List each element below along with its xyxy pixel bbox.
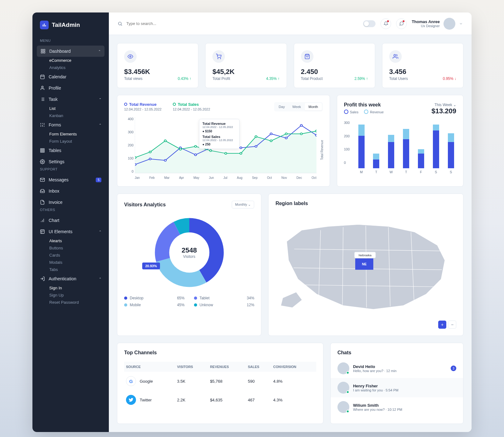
bar-S: S [430,125,441,174]
users-icon [389,50,402,63]
sidebar-sub-reset-password[interactable]: Reset Password [32,299,109,306]
avatar [337,362,349,374]
topbar: Thomas Anree Ux Designer [109,12,472,35]
bar-W: W [386,125,397,174]
sidebar-item-settings[interactable]: Settings [32,156,109,167]
sidebar-sub-alearts[interactable]: Alearts [32,237,109,244]
chevron-up-icon: ⌃ [99,277,101,281]
search [118,21,358,26]
brand-name: TailAdmin [52,22,80,28]
user-role: Ux Designer [412,24,440,28]
sidebar-sub-kanban[interactable]: Kanban [32,112,109,119]
svg-rect-1 [44,23,45,26]
messages-button[interactable] [396,18,407,29]
region-title: Region labels [275,201,456,206]
period-tab-day[interactable]: Day [275,103,289,110]
sidebar-item-task[interactable]: Task ⌃ [32,94,109,105]
app-window: TailAdmin MENU Dashboard ⌃ eCommerceAnal… [32,12,472,432]
chat-row-wilium-smith[interactable]: Wilium Smith Where are you now? · 10:12 … [337,397,456,417]
sidebar-sub-modals[interactable]: Modals [32,259,109,266]
chats-title: Chats [337,350,456,356]
visitors-select[interactable]: Monthly ⌄ [232,201,254,209]
brand-logo[interactable]: TailAdmin [32,21,109,39]
svg-point-54 [315,134,316,136]
bar-M: M [356,125,367,174]
user-menu[interactable]: Thomas Anree Ux Designer [412,18,463,30]
sidebar-sub-form-layout[interactable]: Form Layout [32,138,109,145]
svg-point-51 [270,133,272,135]
chevron-up-icon: ⌃ [99,230,101,233]
brand-icon [40,21,49,29]
donut-badge: 20.93% [142,263,160,269]
sidebar-sub-cards[interactable]: Cards [32,252,109,259]
sidebar-item-tables[interactable]: Tables [32,145,109,156]
svg-rect-4 [43,49,45,51]
profit-period-select[interactable]: This Week ⌄ [434,103,456,107]
region-map-card: Region labels Nebraska NE [268,194,463,336]
channel-row-google[interactable]: GGoogle 3.5K$5,7685904.8% [124,372,316,390]
sidebar-item-dashboard[interactable]: Dashboard ⌃ [37,46,104,57]
map-zoom-in[interactable]: + [438,321,446,329]
svg-rect-6 [41,52,43,53]
notifications-button[interactable] [380,18,391,29]
svg-line-35 [121,24,122,25]
google-icon: G [126,376,136,386]
svg-point-44 [164,160,167,161]
revenue-line-chart: 4003002001000 JanFebMarAprMayJunJulAugSe… [124,117,323,179]
sidebar-sub-list[interactable]: List [32,105,109,112]
donut-legend-unknow: Unknow12% [194,303,254,307]
chevron-up-icon: ⌃ [99,123,101,127]
svg-point-11 [41,86,43,88]
sidebar-section-label: SUPPORT [32,167,109,174]
theme-toggle[interactable] [363,20,376,27]
map-zoom-out[interactable]: − [448,321,456,329]
tables-icon [40,148,45,153]
chat-row-devid-heilo[interactable]: Devid Heilo Hello, how are you? · 12 min… [337,359,456,378]
chat-row-henry-fisher[interactable]: Henry Fisher I am waiting for you · 5:54… [331,378,463,397]
channels-title: Top Channels [124,350,316,356]
sidebar-sub-ecommerce[interactable]: eCommerce [32,57,109,64]
svg-point-49 [240,147,242,149]
svg-point-43 [149,158,151,160]
stat-card-total-users: 3.456 Total Users 0.95% ↓ [382,43,463,88]
search-icon [118,21,123,26]
sidebar-sub-form-elements[interactable]: Form Elements [32,130,109,138]
sidebar-item-calendar[interactable]: Calendar [32,71,109,82]
sidebar-item-invoice[interactable]: Invoice [32,197,109,208]
sidebar-sub-sign-in[interactable]: Sign In [32,284,109,292]
svg-rect-0 [43,25,43,27]
search-input[interactable] [126,21,207,26]
sidebar-item-forms[interactable]: Forms ⌃ [32,119,109,130]
channel-row-twitter[interactable]: Twitter 2.2K$4,6354674.3% [124,390,316,409]
sidebar-item-ui-elements[interactable]: UI Elements ⌃ [32,226,109,237]
sidebar-item-profile[interactable]: Profile [32,82,109,94]
svg-point-50 [255,145,257,147]
svg-rect-3 [41,49,43,51]
forms-icon [40,122,45,127]
svg-point-37 [218,58,218,59]
sidebar-sub-sign-up[interactable]: Sign Up [32,292,109,299]
invoice-icon [40,200,45,205]
sidebar-item-inbox[interactable]: Inbox [32,185,109,197]
svg-text:NE: NE [362,262,367,266]
sidebar-item-authentication[interactable]: Authentication ⌃ [32,273,109,284]
profit-value: $13.209 [344,107,456,115]
svg-point-61 [225,152,227,154]
sidebar-item-messages[interactable]: Messages 5 [32,174,109,185]
twitter-icon [126,395,136,405]
svg-point-56 [149,151,151,153]
dashboard-icon [41,49,46,54]
svg-point-53 [300,125,303,126]
period-tab-month[interactable]: Month [305,103,322,110]
svg-rect-5 [43,52,45,53]
sidebar-sub-analytics[interactable]: Analytics [32,64,109,71]
period-tab-week[interactable]: Week [288,103,305,110]
sidebar-item-chart[interactable]: Chart [32,215,109,226]
sidebar-sub-buttons[interactable]: Buttons [32,244,109,252]
us-map[interactable]: Nebraska NE [275,211,456,317]
stat-delta: 0.43% ↑ [178,76,191,81]
visitors-donut: 2548 Visitors 20.93% [153,217,225,288]
svg-point-65 [285,133,287,135]
sidebar-sub-tabs[interactable]: Tabs [32,266,109,273]
avatar [443,18,455,30]
